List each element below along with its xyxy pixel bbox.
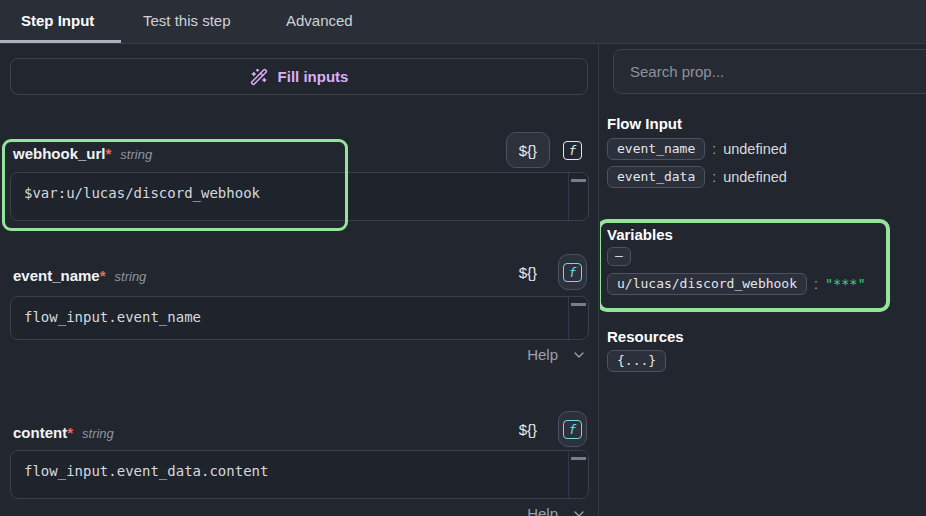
chevron-down-icon xyxy=(571,347,587,363)
javascript-mode-button[interactable]: f xyxy=(558,254,587,290)
field-name: webhook_url xyxy=(13,145,106,162)
prop-row-event-name: event_name : undefined xyxy=(607,138,787,160)
prop-badge[interactable]: u/lucas/discord_webhook xyxy=(607,273,807,295)
tab-step-input[interactable]: Step Input xyxy=(21,12,94,29)
field-label-event-name: event_name* string xyxy=(13,267,146,284)
prop-separator: : xyxy=(712,169,716,185)
field-label-content: content* string xyxy=(13,424,114,441)
prop-badge[interactable]: event_name xyxy=(607,138,705,160)
editor-mode-group-event-name: ${} f xyxy=(506,254,587,290)
prop-value: undefined xyxy=(723,141,787,157)
scrollbar-thumb[interactable] xyxy=(571,457,586,460)
scrollbar-thumb[interactable] xyxy=(571,303,586,306)
function-icon: f xyxy=(563,420,582,439)
help-label: Help xyxy=(527,346,558,363)
editor-mode-group-webhook-url: ${} f xyxy=(506,132,587,168)
scrollbar-track xyxy=(568,297,569,339)
code-value: flow_input.event_data.content xyxy=(24,463,268,479)
help-toggle-content[interactable]: Help xyxy=(527,505,587,516)
scrollbar-thumb[interactable] xyxy=(571,179,586,182)
required-asterisk: * xyxy=(106,145,112,162)
code-value: flow_input.event_name xyxy=(24,309,201,325)
flow-input-section-title: Flow Input xyxy=(607,115,682,132)
active-tab-underline xyxy=(0,40,121,43)
field-name: content xyxy=(13,424,67,441)
collapse-badge[interactable]: – xyxy=(607,247,631,266)
field-type: string xyxy=(115,269,147,284)
javascript-mode-button[interactable]: f xyxy=(558,411,587,447)
prop-row-discord-webhook-variable: u/lucas/discord_webhook : "***" xyxy=(607,273,866,295)
help-toggle-event-name[interactable]: Help xyxy=(527,346,587,363)
required-asterisk: * xyxy=(100,267,106,284)
field-type: string xyxy=(120,147,152,162)
function-icon: f xyxy=(563,263,582,282)
scrollbar-track xyxy=(568,173,569,220)
prop-picker-panel: Flow Input event_name : undefined event_… xyxy=(600,44,926,516)
template-mode-button[interactable]: ${} xyxy=(506,254,550,290)
code-input-webhook-url[interactable]: $var:u/lucas/discord_webhook xyxy=(10,172,589,221)
code-value: $var:u/lucas/discord_webhook xyxy=(24,185,260,201)
tab-bar: Step Input Test this step Advanced xyxy=(0,0,926,44)
search-prop-input[interactable] xyxy=(613,49,926,94)
tab-test-this-step[interactable]: Test this step xyxy=(143,12,231,29)
function-icon: f xyxy=(563,141,582,160)
editor-mode-group-content: ${} f xyxy=(506,411,587,447)
prop-badge[interactable]: event_data xyxy=(607,166,705,188)
field-type: string xyxy=(82,426,114,441)
code-input-event-name[interactable]: flow_input.event_name xyxy=(10,296,589,340)
prop-separator: : xyxy=(712,141,716,157)
fill-inputs-label: Fill inputs xyxy=(278,68,349,85)
prop-row-event-data: event_data : undefined xyxy=(607,166,787,188)
prop-value-secret: "***" xyxy=(825,276,866,292)
code-input-content[interactable]: flow_input.event_data.content xyxy=(10,450,589,499)
help-label: Help xyxy=(527,505,558,516)
scrollbar-track xyxy=(568,451,569,498)
variables-collapse-row: – xyxy=(607,247,631,266)
prop-separator: : xyxy=(814,276,818,292)
template-mode-button[interactable]: ${} xyxy=(506,411,550,447)
wand-sparkles-icon xyxy=(250,68,268,86)
chevron-down-icon xyxy=(571,506,587,516)
resources-object-row: {...} xyxy=(607,350,666,372)
template-mode-button[interactable]: ${} xyxy=(506,132,550,168)
resources-object-badge[interactable]: {...} xyxy=(607,350,666,372)
fill-inputs-button[interactable]: Fill inputs xyxy=(10,58,588,95)
tab-advanced[interactable]: Advanced xyxy=(286,12,353,29)
step-editor-window: Step Input Test this step Advanced Fill … xyxy=(0,0,926,516)
prop-value: undefined xyxy=(723,169,787,185)
javascript-mode-button[interactable]: f xyxy=(558,132,587,168)
variables-section-title: Variables xyxy=(607,226,673,243)
field-label-webhook-url: webhook_url* string xyxy=(13,145,152,162)
field-name: event_name xyxy=(13,267,100,284)
step-input-panel: Fill inputs webhook_url* string ${} f $v… xyxy=(0,44,599,516)
required-asterisk: * xyxy=(67,424,73,441)
resources-section-title: Resources xyxy=(607,328,684,345)
